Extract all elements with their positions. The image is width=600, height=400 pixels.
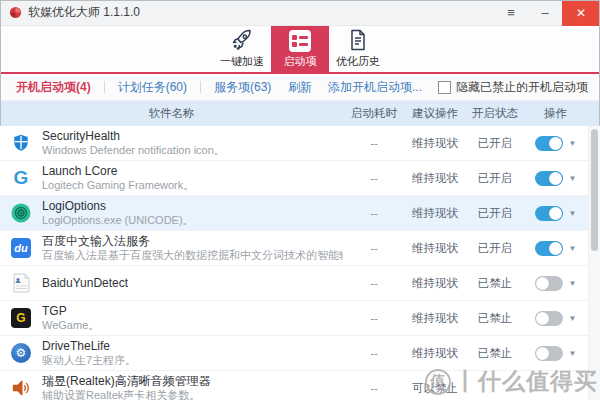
table-row[interactable]: BaiduYunDetect -- 维持现状 已禁止 ▼ <box>0 266 600 301</box>
suggestion: 维持现状 <box>405 136 465 151</box>
app-window: 软媒优化大师 1.1.1.0 ≡ – ✕ 一键加速 启动项 <box>0 0 600 400</box>
suggestion: 维持现状 <box>405 171 465 186</box>
toggle-switch[interactable] <box>535 171 563 186</box>
hide-disabled-label: 隐藏已禁止的开机启动项 <box>456 79 588 96</box>
nav-label: 启动项 <box>284 55 317 67</box>
tab-bar: 开机启动项(4) 计划任务(60) 服务项(63) 刷新 添加开机启动项... … <box>0 74 600 101</box>
nav-label: 优化历史 <box>336 55 380 67</box>
table-row[interactable]: SecurityHealth Windows Defender notifica… <box>0 126 600 161</box>
startup-time: -- <box>343 207 405 219</box>
hide-disabled-checkbox[interactable] <box>438 81 451 94</box>
startup-time: -- <box>343 137 405 149</box>
scrollbar-track[interactable] <box>588 126 600 400</box>
tab-services[interactable]: 服务项(63) <box>210 79 275 96</box>
chevron-down-icon[interactable]: ▼ <box>569 314 577 323</box>
nav-one-key-boost[interactable]: 一键加速 <box>213 26 271 72</box>
suggestion: 维持现状 <box>405 346 465 361</box>
item-description: 百度输入法是基于百度强大的数据挖掘和中文分词技术的智能输入法，为用户提供海量词.… <box>42 249 343 262</box>
startup-time: -- <box>343 172 405 184</box>
drive-the-life-gear-icon: ⚙ <box>10 342 32 364</box>
realtek-speaker-icon <box>10 377 32 399</box>
chevron-down-icon[interactable]: ▼ <box>569 244 577 253</box>
item-name: 瑞昱(Realtek)高清晰音频管理器 <box>42 374 211 389</box>
logi-options-seal-icon <box>10 202 32 224</box>
col-header-software-name: 软件名称 <box>0 106 343 121</box>
tgp-wegame-icon: G <box>10 307 32 329</box>
toggle-switch[interactable] <box>535 136 563 151</box>
suggestion: 维持现状 <box>405 276 465 291</box>
table-row[interactable]: G Launch LCore Logitech Gaming Framework… <box>0 161 600 196</box>
chevron-down-icon[interactable]: ▼ <box>569 174 577 183</box>
windows-defender-icon <box>10 132 32 154</box>
hide-disabled-checkbox-wrap[interactable]: 隐藏已禁止的开机启动项 <box>438 79 588 96</box>
startup-time: -- <box>343 312 405 324</box>
app-logo-icon <box>9 6 22 19</box>
item-name: SecurityHealth <box>42 129 225 144</box>
nav-startup-items[interactable]: 启动项 <box>271 26 329 72</box>
divider <box>200 81 201 93</box>
suggestion: 维持现状 <box>405 241 465 256</box>
item-name: Launch LCore <box>42 164 194 179</box>
window-title: 软媒优化大师 1.1.1.0 <box>28 4 140 21</box>
col-header-action: 操作 <box>525 106 586 121</box>
item-description: 驱动人生7主程序。 <box>42 354 136 367</box>
status: 已开启 <box>465 206 525 221</box>
tab-scheduled-tasks[interactable]: 计划任务(60) <box>114 79 191 96</box>
minimize-button[interactable]: – <box>528 0 562 26</box>
suggestion: 维持现状 <box>405 206 465 221</box>
table-row[interactable]: G TGP WeGame。 -- 维持现状 已禁止 ▼ <box>0 301 600 336</box>
table-header: 软件名称 启动耗时 建议操作 开启状态 操作 <box>0 101 600 126</box>
item-description: WeGame。 <box>42 319 99 332</box>
status: 已开启 <box>465 136 525 151</box>
chevron-down-icon[interactable]: ▼ <box>569 139 577 148</box>
item-name: 百度中文输入法服务 <box>42 234 343 249</box>
startup-time: -- <box>343 277 405 289</box>
history-document-icon <box>346 28 370 52</box>
startup-items-list: SecurityHealth Windows Defender notifica… <box>0 126 600 400</box>
table-row[interactable]: LogiOptions LogiOptions.exe (UNICODE)。 -… <box>0 196 600 231</box>
nav-optimization-history[interactable]: 优化历史 <box>329 26 387 72</box>
chevron-down-icon[interactable]: ▼ <box>569 279 577 288</box>
close-button[interactable]: ✕ <box>562 0 600 26</box>
item-description: Logitech Gaming Framework。 <box>42 179 194 192</box>
generic-file-icon <box>10 272 32 294</box>
add-startup-item-link[interactable]: 添加开机启动项... <box>328 79 422 96</box>
nav-label: 一键加速 <box>220 55 264 67</box>
status: 已禁止 <box>465 311 525 326</box>
status: 已开启 <box>465 241 525 256</box>
chevron-down-icon[interactable]: ▼ <box>569 209 577 218</box>
logitech-g-icon: G <box>10 167 32 189</box>
main-toolbar: 一键加速 启动项 优化历史 <box>0 26 600 74</box>
table-row[interactable]: 瑞昱(Realtek)高清晰音频管理器 辅助设置Realtek声卡相关参数。 -… <box>0 371 600 400</box>
item-description: LogiOptions.exe (UNICODE)。 <box>42 214 194 227</box>
refresh-link[interactable]: 刷新 <box>288 79 312 96</box>
startup-time: -- <box>343 242 405 254</box>
startup-checklist-icon <box>289 30 311 52</box>
title-bar: 软媒优化大师 1.1.1.0 ≡ – ✕ <box>0 0 600 26</box>
tab-startup-items[interactable]: 开机启动项(4) <box>12 79 95 96</box>
status: 已开启 <box>465 171 525 186</box>
item-description: 辅助设置Realtek声卡相关参数。 <box>42 389 211 400</box>
baidu-du-icon: du <box>10 237 32 259</box>
col-header-status: 开启状态 <box>465 106 525 121</box>
item-name: LogiOptions <box>42 199 194 214</box>
startup-time: -- <box>343 347 405 359</box>
status: 已禁止 <box>465 276 525 291</box>
toggle-switch[interactable] <box>535 241 563 256</box>
chevron-down-icon[interactable]: ▼ <box>569 349 577 358</box>
menu-button[interactable]: ≡ <box>494 0 528 26</box>
toggle-switch[interactable] <box>535 346 563 361</box>
table-row[interactable]: ⚙ DriveTheLife 驱动人生7主程序。 -- 维持现状 已禁止 ▼ <box>0 336 600 371</box>
toggle-switch[interactable] <box>535 276 563 291</box>
item-name: DriveTheLife <box>42 339 136 354</box>
col-header-startup-time: 启动耗时 <box>343 106 405 121</box>
toggle-switch[interactable] <box>535 311 563 326</box>
item-name: BaiduYunDetect <box>42 276 128 291</box>
status: 已禁止 <box>465 346 525 361</box>
divider <box>104 81 105 93</box>
suggestion: 可以禁止 <box>405 381 465 396</box>
scrollbar-thumb[interactable] <box>591 129 598 251</box>
toggle-switch[interactable] <box>535 206 563 221</box>
suggestion: 维持现状 <box>405 311 465 326</box>
table-row[interactable]: du 百度中文输入法服务 百度输入法是基于百度强大的数据挖掘和中文分词技术的智能… <box>0 231 600 266</box>
